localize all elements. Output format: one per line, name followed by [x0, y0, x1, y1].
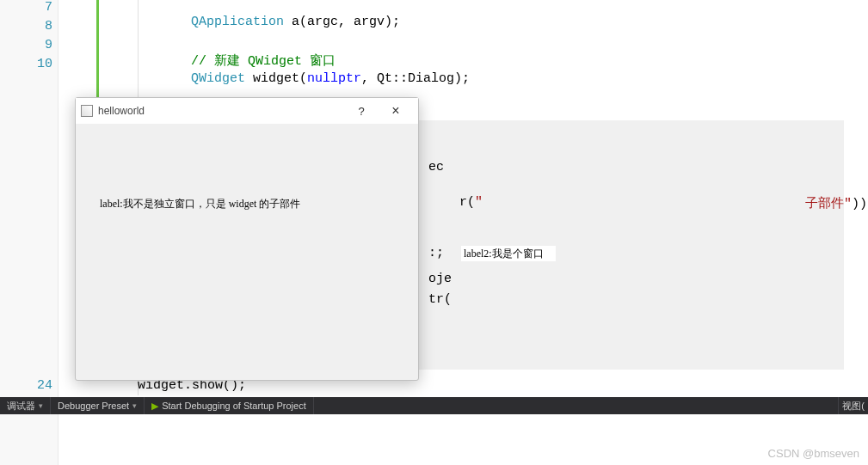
- view-menu[interactable]: 视图(: [838, 397, 868, 414]
- start-debugging-button[interactable]: ▶ Start Debugging of Startup Project: [145, 397, 314, 414]
- code-shade: [416, 120, 844, 370]
- close-button[interactable]: ×: [379, 99, 413, 123]
- helloworld-window[interactable]: helloworld ? × label:我不是独立窗口，只是 widget 的…: [75, 97, 419, 381]
- code-fragment: ec: [428, 160, 444, 174]
- status-bar: 调试器▾ Debugger Preset▾ ▶ Start Debugging …: [0, 397, 868, 414]
- titlebar[interactable]: helloworld ? ×: [76, 98, 418, 124]
- line-number: 8: [1, 19, 52, 34]
- line-number: 7: [1, 0, 52, 15]
- code-fragment: oje: [428, 272, 452, 286]
- line-number: 9: [1, 38, 52, 52]
- label2-text: label2:我是个窗口: [464, 248, 544, 260]
- preset-dropdown[interactable]: Debugger Preset▾: [51, 397, 145, 414]
- line-number: 10: [1, 57, 52, 71]
- label2-window[interactable]: label2:我是个窗口: [461, 246, 556, 261]
- play-icon: ▶: [151, 401, 158, 412]
- code-line: QWidget widget(nullptr, Qt::Dialog);: [160, 57, 470, 101]
- line-number: 24: [1, 378, 52, 393]
- code-fragment: tr(: [428, 292, 452, 307]
- debugger-dropdown[interactable]: 调试器▾: [0, 397, 51, 414]
- help-button[interactable]: ?: [344, 99, 379, 123]
- window-icon: [81, 105, 93, 117]
- code-fragment: 子部件"));: [774, 180, 868, 226]
- watermark: CSDN @bmseven: [768, 447, 859, 460]
- line-number-gutter: 7 8 9 10 24: [0, 0, 58, 465]
- window-body: label:我不是独立窗口，只是 widget 的子部件: [76, 124, 418, 380]
- code-fragment: r(": [428, 180, 483, 224]
- window-title: helloworld: [98, 105, 145, 117]
- label1: label:我不是独立窗口，只是 widget 的子部件: [100, 197, 300, 211]
- code-fragment: :;: [428, 246, 444, 260]
